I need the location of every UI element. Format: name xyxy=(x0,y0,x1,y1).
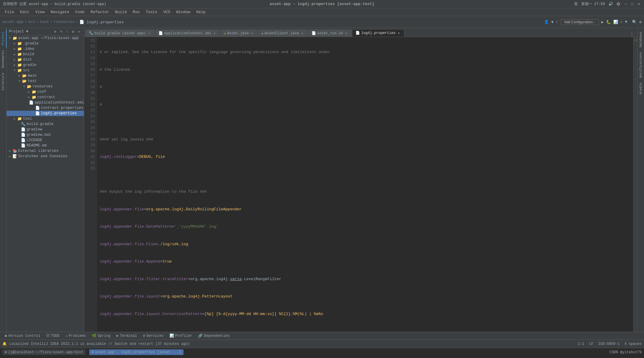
tree-external-libs[interactable]: ▶ 📚 External Libraries xyxy=(7,148,84,154)
menu-navigate[interactable]: Navigate xyxy=(48,9,72,15)
tab-build-gradle-close[interactable]: ✕ xyxy=(147,31,151,36)
tree-gradle[interactable]: ▶ 📁 .gradle xyxy=(7,41,84,46)
taskbar-terminal-item[interactable]: ⊞ lj@localhost:~/fisco/asset-app/dist xyxy=(2,349,86,355)
tree-license[interactable]: 📄 LICENSE xyxy=(7,138,84,143)
menu-vcs[interactable]: VCS xyxy=(161,9,172,15)
menu-help[interactable]: Help xyxy=(194,9,208,15)
volume-icon[interactable]: 🔊 xyxy=(608,2,613,6)
sort-icon[interactable]: ↕ xyxy=(65,29,70,34)
tree-test[interactable]: ▼ 📂 test xyxy=(7,78,84,84)
menu-code[interactable]: Code xyxy=(73,9,87,15)
tab-log4j[interactable]: 📄 log4j.properties ✕ xyxy=(352,29,404,37)
vtab-project[interactable]: Project xyxy=(0,29,7,48)
tab-asset-java-icon: ☕ xyxy=(224,31,226,36)
code-line-27 xyxy=(100,328,631,332)
menu-edit[interactable]: Edit xyxy=(18,9,32,15)
tree-contract[interactable]: ▶ 📁 contract xyxy=(7,95,84,100)
maximize-button[interactable]: □ xyxy=(630,2,634,6)
menu-view[interactable]: View xyxy=(33,9,47,15)
tree-src[interactable]: ▼ 📁 src xyxy=(7,68,84,73)
status-lf[interactable]: LF xyxy=(589,342,593,346)
tree-conf[interactable]: ▶ 📁 conf xyxy=(7,89,84,95)
menu-window[interactable]: Window xyxy=(174,9,193,15)
tree-root[interactable]: ▼ 📁 asset-app ~/fisco/asset-app xyxy=(7,36,84,41)
tree-buildgradle[interactable]: 🔧 build.gradle xyxy=(7,121,84,127)
vtab-bookmarks[interactable]: Bookmarks xyxy=(0,48,7,70)
tree-idea[interactable]: ▶ 📁 .idea xyxy=(7,46,84,52)
search-everywhere-icon[interactable]: 🔍 xyxy=(632,20,637,24)
bottom-tab-profiler[interactable]: 📊 Profiler xyxy=(167,333,195,339)
vtab-database[interactable]: Database xyxy=(638,29,644,50)
tree-readme[interactable]: 📄 README.md xyxy=(7,143,84,148)
vtab-gradle[interactable]: Gradle xyxy=(638,80,644,97)
breadcrumb-src[interactable]: src xyxy=(28,20,35,24)
editor-scrollbar[interactable]: ✓2 xyxy=(633,37,637,332)
status-encoding[interactable]: ISO-8859-1 xyxy=(598,342,620,346)
status-indent[interactable]: 4 spaces xyxy=(624,342,642,346)
vtab-notifications[interactable]: Notifications xyxy=(638,50,644,80)
vtab-structure[interactable]: Structure xyxy=(0,70,7,93)
taskbar-editor-item[interactable]: ⊞ asset-app – log4j.properties [asset-..… xyxy=(89,349,183,355)
tree-main[interactable]: ▶ 📂 main xyxy=(7,73,84,78)
menu-tools[interactable]: Tools xyxy=(143,9,160,15)
bottom-tab-terminal[interactable]: ▶ Terminal xyxy=(114,333,139,339)
build-settings-icon[interactable]: ▼ xyxy=(625,20,627,24)
profiler-icon[interactable]: ⚡ xyxy=(620,20,623,24)
tree-gradle2[interactable]: ▶ 📁 gradle xyxy=(7,62,84,68)
tree-gradlewbat[interactable]: 📄 gradlew.bat xyxy=(7,132,84,138)
sync-icon[interactable]: ↕ xyxy=(556,20,558,24)
run-icon[interactable]: ▶ xyxy=(601,20,604,24)
bottom-tab-dependencies[interactable]: 🔗 Dependencies xyxy=(196,333,232,339)
tree-resources[interactable]: ▼ 📂 resources xyxy=(7,84,84,89)
collapse-icon[interactable]: ≡ xyxy=(59,29,64,34)
status-notification-text[interactable]: Localized IntelliJ IDEA 2022.1.1 is avai… xyxy=(9,342,190,346)
breadcrumb-test[interactable]: test xyxy=(40,20,49,24)
tab-assetclient-close[interactable]: ✕ xyxy=(300,31,304,36)
tree-gradlew[interactable]: 📄 gradlew xyxy=(7,127,84,132)
tree-tool[interactable]: ▶ 📁 tool xyxy=(7,116,84,121)
tab-assetclient[interactable]: ☕ AssetClient.java ✕ xyxy=(258,30,308,37)
close-sidebar-icon[interactable]: ✕ xyxy=(77,29,81,34)
tree-idea-label: .idea xyxy=(23,47,34,51)
tree-dist[interactable]: ▶ 📁 dist xyxy=(7,57,84,62)
minimize-button[interactable]: ─ xyxy=(624,2,628,6)
close-button[interactable]: ✕ xyxy=(637,2,641,6)
power-icon[interactable]: ⏻ xyxy=(617,2,620,6)
code-editor[interactable]: 11 12 13 14 15 16 17 18 19 20 21 22 23 2… xyxy=(84,37,637,332)
breadcrumb-project[interactable]: asset-app xyxy=(2,20,23,24)
bottom-tab-todo[interactable]: ☰ TODO xyxy=(44,333,62,339)
code-content[interactable]: # or implied. See the License for the sp… xyxy=(97,37,633,332)
tree-appcontext[interactable]: 📄 applicationContext.xml xyxy=(7,100,84,105)
tab-appcontext-close[interactable]: ✕ xyxy=(212,31,217,36)
menu-run[interactable]: Run xyxy=(130,9,142,15)
tab-asset-java-close[interactable]: ✕ xyxy=(250,31,254,36)
tree-scratches[interactable]: ▶ 📝 Scratches and Consoles xyxy=(7,154,84,159)
tab-overflow-icon[interactable]: ⋮ xyxy=(628,32,636,37)
add-configuration-button[interactable]: Add Configuration··· xyxy=(561,19,599,25)
locate-icon[interactable]: ⊕ xyxy=(53,29,58,34)
menu-build[interactable]: Build xyxy=(113,9,129,15)
tab-build-gradle[interactable]: 🔧 build.gradle (asset-app) ✕ xyxy=(85,30,155,37)
breadcrumb-resources[interactable]: resources xyxy=(54,20,75,24)
tree-log4j[interactable]: 📄 log4j.properties xyxy=(7,111,84,116)
settings-icon[interactable]: ⚙ xyxy=(639,20,642,24)
bottom-tab-services[interactable]: ⚙ Services xyxy=(141,333,166,339)
status-position[interactable]: 1:1 xyxy=(578,342,584,346)
menu-refactor[interactable]: Refactor xyxy=(88,9,111,15)
bottom-tab-versioncontrol[interactable]: ◉ Version Control xyxy=(2,333,43,339)
tree-contractprop[interactable]: 📄 contract.properties xyxy=(7,105,84,111)
tab-appcontext[interactable]: 📄 applicationContext.xml ✕ xyxy=(155,30,220,37)
breadcrumb-file[interactable]: 📄 log4j.properties xyxy=(79,20,124,24)
bottom-tab-problems[interactable]: ⚠ Problems xyxy=(63,333,88,339)
debug-icon[interactable]: 🐛 xyxy=(606,20,611,24)
tab-asset-java[interactable]: ☕ Asset.java ✕ xyxy=(221,30,257,37)
tab-asset-run[interactable]: 📄 asset_run.sh ✕ xyxy=(308,30,352,37)
bottom-tab-spring[interactable]: 🌿 Spring xyxy=(90,333,113,339)
tab-asset-run-close[interactable]: ✕ xyxy=(344,31,348,36)
settings-sidebar-icon[interactable]: ⚙ xyxy=(71,29,76,34)
tree-build[interactable]: ▶ 📁 build xyxy=(7,52,84,57)
coverage-icon[interactable]: 📊 xyxy=(613,20,618,24)
menu-file[interactable]: File xyxy=(2,9,16,15)
tab-log4j-close[interactable]: ✕ xyxy=(397,31,401,35)
user-icon[interactable]: 👤 ▼ xyxy=(544,20,554,24)
